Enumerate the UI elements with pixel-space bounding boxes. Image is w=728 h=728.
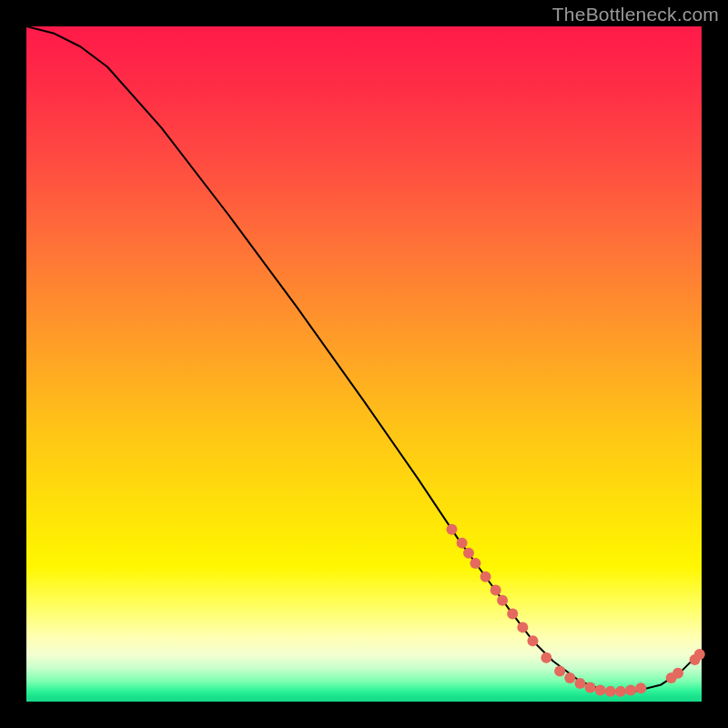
data-point: [490, 585, 501, 596]
bottleneck-curve: [26, 26, 698, 692]
data-point: [625, 684, 636, 695]
data-point: [517, 622, 528, 632]
data-point: [615, 686, 626, 697]
curve-layer: [26, 26, 698, 692]
data-point: [528, 635, 539, 646]
data-point: [497, 595, 508, 606]
data-point: [595, 684, 606, 695]
data-point: [605, 686, 616, 697]
chart-svg: [26, 26, 702, 702]
data-point: [480, 571, 491, 582]
data-point: [457, 538, 468, 549]
data-point: [564, 672, 575, 683]
data-point: [635, 682, 646, 693]
data-point: [554, 666, 565, 677]
plot-area: [26, 26, 702, 702]
data-point: [470, 558, 480, 569]
data-point: [672, 668, 683, 679]
data-point: [574, 678, 585, 689]
data-point: [463, 548, 474, 559]
data-point: [694, 649, 705, 660]
data-point: [541, 652, 551, 663]
watermark-text: TheBottleneck.com: [552, 4, 719, 25]
data-point: [507, 609, 518, 620]
data-point: [446, 524, 457, 535]
chart-frame: TheBottleneck.com: [0, 0, 728, 728]
marker-layer: [446, 524, 704, 697]
data-point: [585, 682, 596, 693]
